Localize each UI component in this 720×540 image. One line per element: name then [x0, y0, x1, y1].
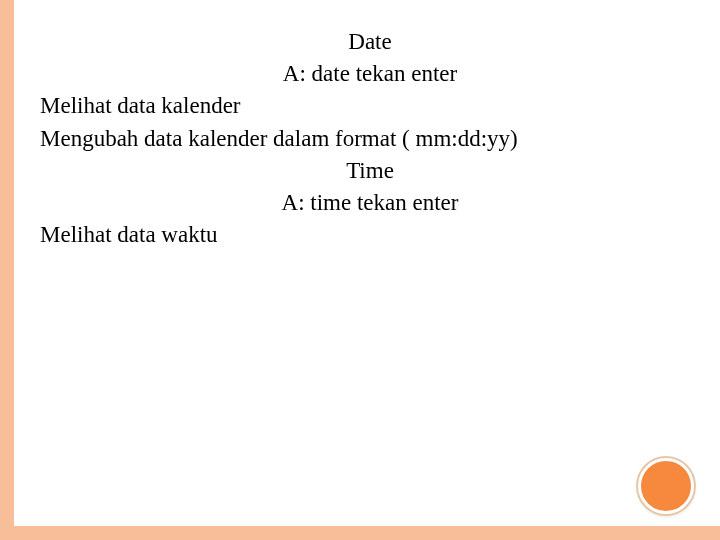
line-date-desc2: Mengubah data kalender dalam format ( mm…: [40, 123, 700, 155]
line-time-command: A: time tekan enter: [40, 187, 700, 219]
line-date-heading: Date: [40, 26, 700, 58]
line-date-desc1: Melihat data kalender: [40, 90, 700, 122]
line-time-desc: Melihat data waktu: [40, 219, 700, 251]
slide-content: Date A: date tekan enter Melihat data ka…: [40, 26, 700, 251]
slide: Date A: date tekan enter Melihat data ka…: [0, 0, 720, 540]
border-bottom: [0, 526, 720, 540]
border-left: [0, 0, 14, 540]
circle-icon: [638, 458, 694, 514]
line-time-heading: Time: [40, 155, 700, 187]
line-date-command: A: date tekan enter: [40, 58, 700, 90]
